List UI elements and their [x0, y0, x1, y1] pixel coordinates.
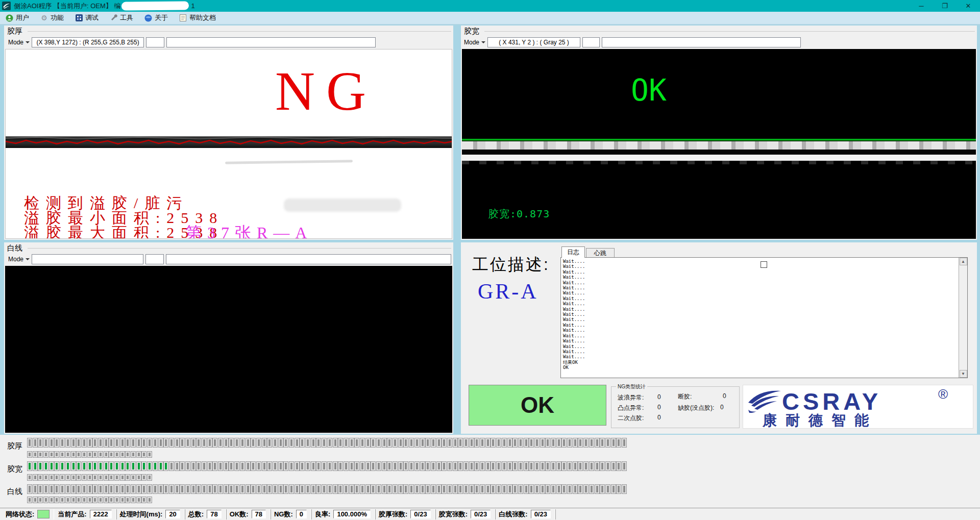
progress-cell	[425, 461, 430, 471]
progress-cell	[229, 438, 234, 448]
progress-cell	[114, 438, 119, 448]
log-line: Wait....	[563, 333, 965, 338]
progress-cell	[109, 461, 114, 471]
progress-cell	[240, 484, 245, 494]
progress-cell	[436, 438, 442, 448]
progress-cell	[131, 438, 136, 448]
progress-cell	[605, 484, 610, 494]
mode-dropdown-jiaohou[interactable]: Mode	[6, 37, 32, 47]
progress-cell	[60, 451, 65, 458]
progress-cell	[43, 497, 48, 503]
progress-cell	[502, 484, 507, 494]
progress-cell	[114, 451, 119, 458]
log-line: Wait....	[563, 338, 965, 343]
status-ng-count: NG数: 0	[271, 509, 311, 519]
menu-item-user[interactable]: 用户	[0, 12, 35, 24]
status-baixian-frames: 白线张数: 0/23	[495, 509, 555, 519]
log-line: Wait....	[563, 290, 965, 295]
menu-item-help-doc[interactable]: 帮助文档	[174, 12, 222, 24]
progress-cell	[224, 461, 229, 471]
progress-cell	[125, 451, 130, 458]
maximize-button[interactable]: ❐	[933, 0, 957, 12]
progress-cell	[583, 484, 589, 494]
progress-cell	[556, 484, 561, 494]
menu-item-about[interactable]: 关于	[139, 12, 174, 24]
mode-label: Mode	[8, 256, 23, 263]
scroll-up-icon[interactable]: ▲	[960, 258, 967, 265]
status-yield: 良率: 100.000%	[311, 509, 375, 519]
progress-cell	[87, 474, 92, 481]
progress-cell	[218, 461, 223, 471]
progress-cell	[60, 497, 65, 503]
progress-cell	[365, 461, 371, 471]
menu-item-functions[interactable]: ⚙ 功能	[35, 12, 69, 24]
tab-log[interactable]: 日志	[561, 246, 585, 258]
menu-item-debug[interactable]: 调试	[69, 12, 104, 24]
tab-heartbeat[interactable]: 心跳	[586, 248, 615, 258]
progress-label-baixian: 白线	[7, 487, 22, 497]
tools-icon	[110, 14, 117, 22]
progress-cell	[175, 484, 180, 494]
progress-cell	[491, 438, 496, 448]
progress-cell	[92, 484, 97, 494]
toolbar-box-long	[166, 254, 451, 264]
progress-cell	[27, 474, 32, 481]
stat-value: 0	[720, 404, 724, 411]
log-list[interactable]: Wait....Wait....Wait....Wait....Wait....…	[560, 257, 968, 378]
progress-cell	[104, 451, 109, 458]
log-checkbox[interactable]	[761, 261, 767, 268]
progress-cell	[212, 461, 217, 471]
status-value: 78	[252, 510, 266, 518]
progress-cell	[153, 438, 158, 448]
progress-cell	[136, 461, 141, 471]
progress-cell	[529, 484, 534, 494]
jiaohou-image-view[interactable]: NG 检测到溢胶/脏污 溢胶最小面积:2538 溢胶最大面积:2538 第37张…	[5, 49, 452, 239]
progress-cell	[507, 438, 512, 448]
log-scrollbar[interactable]: ▲ ▼	[959, 258, 967, 378]
chevron-down-icon	[26, 258, 30, 260]
progress-cell	[104, 461, 109, 471]
status-label: 网络状态:	[6, 510, 34, 519]
progress-row	[27, 474, 153, 481]
minimize-button[interactable]: ─	[910, 0, 933, 12]
progress-cell	[76, 451, 81, 458]
redaction-blob	[121, 1, 189, 10]
progress-cell	[131, 461, 136, 471]
panel-baixian-title: 白线	[7, 243, 26, 253]
vendor-logo: CSRAY ® 康耐德智能	[743, 385, 973, 429]
progress-cell	[267, 461, 272, 471]
menu-item-tools[interactable]: 工具	[104, 12, 139, 24]
progress-cell	[169, 484, 174, 494]
progress-cell	[398, 438, 403, 448]
progress-cell	[442, 438, 447, 448]
mode-dropdown-baixian[interactable]: Mode	[6, 254, 32, 264]
progress-cell	[27, 497, 32, 503]
toolbar-box-long	[602, 37, 801, 47]
progress-cell	[38, 484, 43, 494]
jiaokuan-image-view[interactable]: OK 胶宽:0.873	[462, 49, 976, 239]
progress-cell	[125, 461, 130, 471]
progress-cell	[175, 461, 180, 471]
progress-cell	[414, 461, 420, 471]
progress-cell	[507, 484, 512, 494]
progress-cell	[65, 497, 70, 503]
toolbar-box-small	[146, 37, 164, 47]
progress-cell	[589, 484, 594, 494]
progress-cell	[38, 474, 43, 481]
progress-cell	[141, 474, 146, 481]
image-artifact	[284, 199, 401, 212]
result-ok-button[interactable]: OK	[469, 385, 606, 426]
progress-cell	[398, 484, 403, 494]
progress-cell	[65, 461, 70, 471]
progress-cell	[382, 438, 387, 448]
progress-cell	[316, 484, 321, 494]
baixian-image-view[interactable]	[5, 266, 452, 433]
pixel-coords-readout: ( X 431, Y 2 ) : ( Gray 25 )	[487, 37, 580, 47]
mode-dropdown-jiaokuan[interactable]: Mode	[462, 37, 487, 47]
close-button[interactable]: ✕	[957, 0, 980, 12]
station-desc-value: GR-A	[478, 279, 538, 304]
network-status-indicator	[37, 510, 50, 518]
scroll-down-icon[interactable]: ▼	[960, 370, 967, 378]
progress-cell	[92, 438, 97, 448]
progress-cell	[169, 438, 174, 448]
